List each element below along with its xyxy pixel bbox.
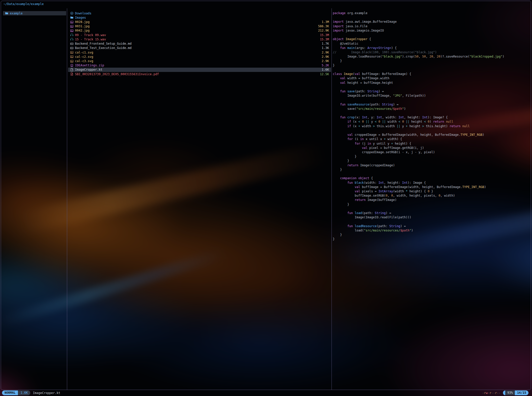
code-line: fun main(args: Array<String>) {: [333, 46, 531, 50]
file-name: SBI_0032013739_2023_DE05_0003155631Invoi…: [75, 72, 159, 76]
file-size: 586.3K: [318, 24, 329, 28]
file-row[interactable]: example: [3, 11, 66, 15]
image-icon: [70, 51, 73, 54]
status-bar: NORMAL1.6K ImageCropper.kt -rw-r--r-- 93…: [0, 390, 532, 396]
code-line: fun saveResource(path: String) =: [333, 102, 531, 107]
status-bar-right: -rw-r--r-- 93%14/15: [482, 390, 528, 395]
code-line: buffImage.setRGB(0, 0, width, height, pi…: [333, 194, 531, 198]
code-line: val pixel = buffImage.getRGB(i, j): [333, 146, 531, 150]
code-line: [333, 220, 531, 224]
file-row[interactable]: 0042.jpg212.9K: [68, 29, 331, 33]
pane-divider-left: [67, 8, 67, 390]
code-line: companion object {: [333, 176, 531, 180]
file-size: 2.9K: [322, 59, 329, 63]
file-row[interactable]: 09 - Track 09.wav15.3M: [68, 33, 331, 37]
code-line: }: [333, 154, 531, 159]
file-size: 1.3M: [322, 20, 329, 24]
code-line: val croppedImage = BufferedImage(width, …: [333, 133, 531, 137]
file-name: Backend_Test_Execution_Guide.md: [75, 46, 132, 50]
mode-badge: NORMAL: [2, 390, 18, 395]
file-preview-pane[interactable]: package org.example import java.awt.imag…: [333, 11, 531, 242]
pane-divider-right: [332, 8, 332, 390]
code-line: package org.example: [333, 11, 531, 15]
code-line: Image(ImageIO.read(File(path))): [333, 215, 531, 220]
code-line: [333, 15, 531, 20]
code-line: }: [333, 233, 531, 237]
folder-icon: [5, 12, 8, 15]
file-size: 1.7K: [322, 42, 329, 45]
file-row[interactable]: Backend_Test_Execution_Guide.md1.3K: [68, 46, 331, 50]
code-line: }: [333, 59, 531, 63]
code-line: }: [333, 202, 531, 207]
screen: ~/Data/example/example example Downloads…: [0, 0, 532, 396]
file-size: 15.3M: [320, 33, 329, 37]
image-icon: [70, 60, 73, 63]
file-name: Backend_Frontend_Setup_Guide.md: [75, 42, 132, 45]
file-name: example: [10, 12, 23, 15]
code-line: import javax.imageio.ImageIO: [333, 29, 531, 33]
status-bar-left: NORMAL1.6K ImageCropper.kt: [2, 390, 60, 395]
file-row[interactable]: 0028.jpg1.3M: [68, 20, 331, 24]
code-line: import java.io.File: [333, 24, 531, 29]
file-row[interactable]: SBI_0032013739_2023_DE05_0003155631Invoi…: [68, 72, 331, 76]
folder-icon: [70, 16, 73, 19]
code-line: // Image.black(100, 100).saveResource("b…: [333, 50, 531, 55]
code-line: save("src/main/resources/$path"): [333, 107, 531, 111]
file-row[interactable]: Backend_Frontend_Setup_Guide.md1.7K: [68, 42, 331, 46]
code-line: load("src/main/resources/$path"): [333, 228, 531, 233]
code-line: [333, 111, 531, 115]
parent-directory-pane[interactable]: example: [3, 11, 66, 15]
code-line: [333, 68, 531, 72]
file-row[interactable]: Images: [68, 15, 331, 20]
code-line: fun load(path: String) =: [333, 211, 531, 215]
file-list-pane[interactable]: DownloadsImages0028.jpg1.3M0031.jpg586.3…: [68, 11, 331, 76]
file-row[interactable]: Downloads: [68, 11, 331, 15]
code-line: [333, 33, 531, 37]
code-line: [333, 128, 531, 133]
code-line: class Image(val buffImage: BufferedImage…: [333, 72, 531, 76]
zip-icon: [70, 64, 73, 67]
file-name: cal-c2.svg: [75, 55, 93, 59]
code-line: Image.loadResource("black.jpg").crop(50,…: [333, 55, 531, 59]
file-row[interactable]: 15 - Track 15.wav15.3M: [68, 37, 331, 41]
file-name: 0031.jpg: [75, 24, 90, 28]
file-name: Images: [75, 16, 86, 19]
code-line: fun save(path: String) =: [333, 89, 531, 94]
file-size: 5.2K: [322, 64, 329, 67]
powerline-cap: [503, 390, 505, 395]
scroll-percent: 93%: [505, 390, 515, 395]
code-line: fun crop(x: Int, y: Int, width: Int, hei…: [333, 115, 531, 120]
code-line: [333, 98, 531, 102]
file-row[interactable]: cal-c1.svg2.9K: [68, 50, 331, 55]
code-line: fun loadResource(path: String) =: [333, 224, 531, 228]
image-icon: [70, 55, 73, 58]
file-row[interactable]: IDEAsettings.zip5.2K: [68, 63, 331, 68]
file-name: 15 - Track 15.wav: [75, 38, 106, 41]
code-line: if (x < 0 || y < 0 || width < 0 || heigh…: [333, 120, 531, 124]
code-line: fun black(width: Int, height: Int): Imag…: [333, 181, 531, 185]
code-line: ImageIO.write(buffImage, "JPG", File(pat…: [333, 94, 531, 98]
code-line: val width = buffImage.width: [333, 76, 531, 81]
file-row[interactable]: cal-c3.svg2.9K: [68, 59, 331, 63]
code-line: return Image(croppedImage): [333, 163, 531, 168]
code-line: for (i in x until x + width) {: [333, 137, 531, 141]
file-name: cal-c3.svg: [75, 59, 93, 63]
code-line: object ImageCropper {: [333, 37, 531, 41]
file-row[interactable]: ImageCropper.kt1.6K: [68, 68, 331, 72]
file-name: 0028.jpg: [75, 20, 90, 24]
code-line: import java.awt.image.BufferedImage: [333, 20, 531, 24]
file-row[interactable]: 0031.jpg586.3K: [68, 24, 331, 29]
file-size: 1.3K: [322, 46, 329, 50]
code-line: val height = buffImage.height: [333, 81, 531, 85]
file-name: 09 - Track 09.wav: [75, 33, 106, 37]
file-size: 2.9K: [322, 55, 329, 59]
file-row[interactable]: cal-c2.svg2.9K: [68, 55, 331, 59]
image-icon: [70, 29, 73, 32]
list-position: 14/15: [515, 390, 528, 395]
file-name: ImageCropper.kt: [75, 68, 102, 71]
markdown-icon: [70, 46, 73, 50]
file-name: cal-c1.svg: [75, 51, 93, 54]
download-icon: [70, 12, 73, 15]
code-line: }: [333, 168, 531, 172]
status-file-size: 1.6K: [18, 390, 30, 395]
